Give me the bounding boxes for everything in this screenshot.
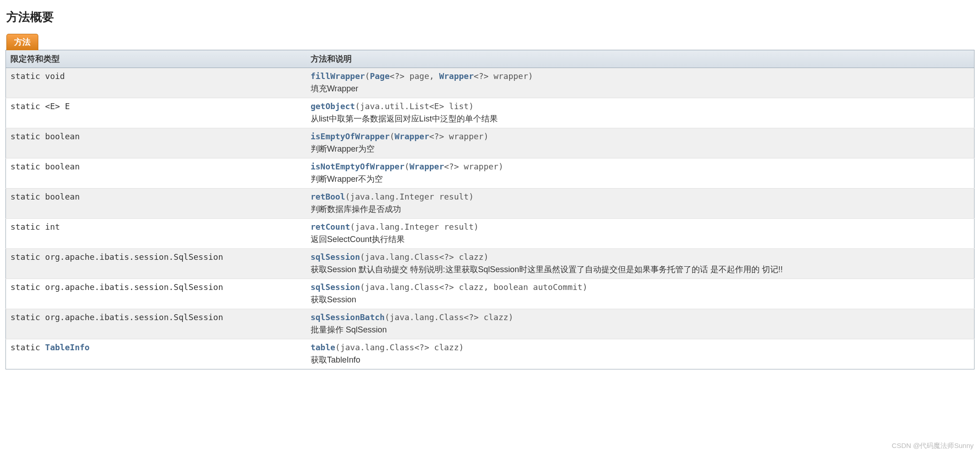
- method-description: 批量操作 SqlSession: [311, 324, 970, 335]
- modifier-text: static int: [10, 222, 60, 232]
- param-name: clazz: [454, 282, 484, 292]
- param-name: result: [434, 192, 469, 201]
- modifier-text: static boolean: [10, 132, 80, 141]
- param-generic: <?>: [439, 282, 454, 292]
- cell-method-desc: getObject(java.util.List<E> list)从list中取…: [306, 98, 975, 128]
- cell-method-desc: sqlSession(java.lang.Class<?> clazz, boo…: [306, 279, 975, 309]
- paren-open: (: [405, 162, 410, 171]
- param-type: boolean: [494, 282, 528, 292]
- section-title: 方法概要: [6, 9, 975, 25]
- method-signature: isEmptyOfWrapper(Wrapper<?> wrapper): [311, 132, 489, 141]
- paren-close: ): [508, 312, 513, 322]
- paren-open: (: [385, 312, 390, 322]
- method-signature: retCount(java.lang.Integer result): [311, 222, 479, 232]
- paren-open: (: [345, 192, 350, 201]
- param-generic: <?>: [390, 71, 405, 81]
- table-row: static org.apache.ibatis.session.SqlSess…: [6, 279, 975, 309]
- param-name: clazz: [429, 342, 459, 352]
- param-name: autoCommit: [528, 282, 583, 292]
- cell-method-desc: sqlSession(java.lang.Class<?> clazz)获取Se…: [306, 249, 975, 279]
- cell-modifier-type: static org.apache.ibatis.session.SqlSess…: [6, 279, 306, 309]
- param-type-link[interactable]: Wrapper: [439, 71, 474, 81]
- paren-close: ): [583, 282, 588, 292]
- method-name-link[interactable]: retBool: [311, 192, 345, 201]
- param-type-link[interactable]: Wrapper: [409, 162, 444, 171]
- header-method-desc: 方法和说明: [306, 50, 975, 68]
- cell-method-desc: retBool(java.lang.Integer result)判断数据库操作…: [306, 189, 975, 219]
- cell-modifier-type: static org.apache.ibatis.session.SqlSess…: [6, 249, 306, 279]
- modifier-text: static org.apache.ibatis.session.SqlSess…: [10, 312, 223, 322]
- table-row: static booleanretBool(java.lang.Integer …: [6, 189, 975, 219]
- paren-close: ): [469, 101, 474, 111]
- cell-method-desc: isEmptyOfWrapper(Wrapper<?> wrapper)判断Wr…: [306, 128, 975, 158]
- method-description: 返回SelectCount执行结果: [311, 234, 970, 245]
- param-name: wrapper: [489, 71, 528, 81]
- method-name-link[interactable]: isEmptyOfWrapper: [311, 132, 390, 141]
- param-type-link[interactable]: Page: [370, 71, 390, 81]
- header-modifier-type: 限定符和类型: [6, 50, 306, 68]
- cell-modifier-type: static <E> E: [6, 98, 306, 128]
- method-description: 判断Wrapper不为空: [311, 174, 970, 184]
- method-signature: table(java.lang.Class<?> clazz): [311, 342, 464, 352]
- cell-modifier-type: static org.apache.ibatis.session.SqlSess…: [6, 309, 306, 339]
- paren-open: (: [360, 282, 365, 292]
- modifier-text: static org.apache.ibatis.session.SqlSess…: [10, 252, 223, 262]
- cell-method-desc: sqlSessionBatch(java.lang.Class<?> clazz…: [306, 309, 975, 339]
- paren-close: ): [484, 252, 489, 262]
- method-signature: sqlSession(java.lang.Class<?> clazz, boo…: [311, 282, 588, 292]
- param-type-link[interactable]: Wrapper: [395, 132, 429, 141]
- param-type: java.lang.Class: [365, 282, 439, 292]
- modifier-text: static: [10, 342, 45, 352]
- param-type: java.lang.Class: [340, 342, 415, 352]
- param-generic: <?>: [444, 162, 459, 171]
- method-signature: fillWrapper(Page<?> page, Wrapper<?> wra…: [311, 71, 533, 81]
- method-name-link[interactable]: isNotEmptyOfWrapper: [311, 162, 405, 171]
- param-name: clazz: [454, 252, 484, 262]
- method-name-link[interactable]: sqlSession: [311, 282, 360, 292]
- cell-modifier-type: static boolean: [6, 189, 306, 219]
- method-name-link[interactable]: getObject: [311, 101, 355, 111]
- paren-close: ): [498, 162, 503, 171]
- cell-modifier-type: static TableInfo: [6, 339, 306, 369]
- table-header-row: 限定符和类型 方法和说明: [6, 50, 975, 68]
- paren-open: (: [335, 342, 340, 352]
- table-row: static voidfillWrapper(Page<?> page, Wra…: [6, 68, 975, 98]
- table-row: static org.apache.ibatis.session.SqlSess…: [6, 309, 975, 339]
- modifier-text: static void: [10, 71, 65, 81]
- cell-modifier-type: static void: [6, 68, 306, 98]
- method-description: 获取Session 默认自动提交 特别说明:这里获取SqlSession时这里虽…: [311, 264, 970, 275]
- method-name-link[interactable]: retCount: [311, 222, 350, 232]
- cell-method-desc: isNotEmptyOfWrapper(Wrapper<?> wrapper)判…: [306, 158, 975, 189]
- modifier-text: static boolean: [10, 162, 80, 171]
- method-signature: isNotEmptyOfWrapper(Wrapper<?> wrapper): [311, 162, 504, 171]
- cell-method-desc: retCount(java.lang.Integer result)返回Sele…: [306, 219, 975, 249]
- table-row: static <E> EgetObject(java.util.List<E> …: [6, 98, 975, 128]
- paren-open: (: [355, 101, 360, 111]
- param-generic: <?>: [414, 342, 429, 352]
- paren-open: (: [350, 222, 355, 232]
- modifier-text: static org.apache.ibatis.session.SqlSess…: [10, 282, 223, 292]
- paren-close: ): [484, 132, 489, 141]
- param-type: java.lang.Integer: [350, 192, 434, 201]
- param-separator: ,: [484, 282, 494, 292]
- param-generic: <?>: [439, 252, 454, 262]
- param-generic: <?>: [429, 132, 444, 141]
- param-name: list: [444, 101, 469, 111]
- paren-open: (: [365, 71, 370, 81]
- modifier-text: static boolean: [10, 192, 80, 201]
- method-name-link[interactable]: table: [311, 342, 335, 352]
- return-type-link[interactable]: TableInfo: [45, 342, 90, 352]
- method-name-link[interactable]: sqlSessionBatch: [311, 312, 385, 322]
- tab-methods[interactable]: 方法: [6, 34, 38, 50]
- param-generic: <?>: [464, 312, 479, 322]
- param-generic: <E>: [429, 101, 444, 111]
- param-name: clazz: [479, 312, 508, 322]
- param-generic: <?>: [474, 71, 489, 81]
- method-description: 填充Wrapper: [311, 83, 970, 94]
- method-name-link[interactable]: sqlSession: [311, 252, 360, 262]
- table-row: static intretCount(java.lang.Integer res…: [6, 219, 975, 249]
- method-description: 判断数据库操作是否成功: [311, 204, 970, 215]
- method-name-link[interactable]: fillWrapper: [311, 71, 365, 81]
- paren-close: ): [474, 222, 479, 232]
- param-name: wrapper: [459, 162, 499, 171]
